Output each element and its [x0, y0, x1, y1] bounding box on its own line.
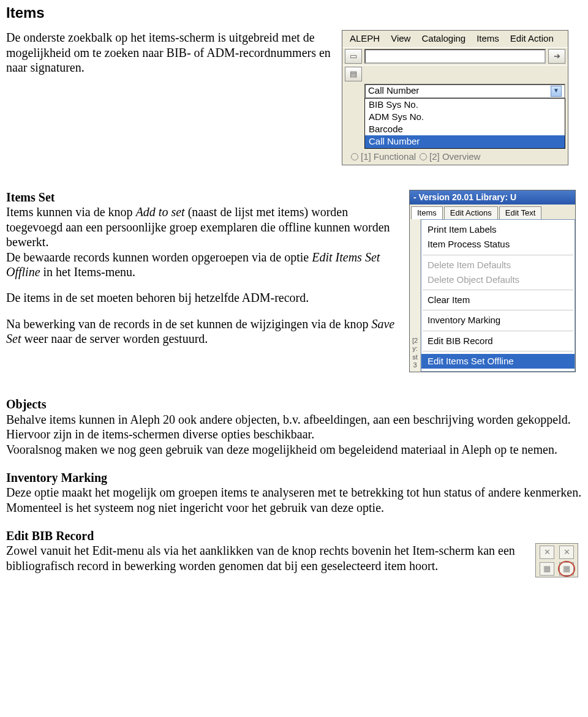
items-set-p3: De items in de set moeten behoren bij he… [6, 290, 398, 305]
intro-paragraph: De onderste zoekbalk op het items-scherm… [6, 30, 331, 75]
mi-edit-items-set-offline[interactable]: Edit Items Set Offline [421, 354, 575, 369]
search-type-combo[interactable]: Call Number ▼ BIB Sys No. ADM Sys No. Ba… [364, 84, 565, 149]
inventory-p2: Momenteel is het systeem nog niet ingeri… [6, 500, 582, 515]
left-gutter: [2 y: st 3 [410, 219, 421, 372]
menu-edit-action[interactable]: Edit Action [505, 32, 559, 45]
objects-p1: Behalve items kunnen in Aleph 20 ook and… [6, 412, 582, 442]
inventory-p1: Deze optie maakt het mogelijk om groepen… [6, 485, 582, 500]
objects-heading: Objects [6, 397, 582, 411]
tab-edit-text[interactable]: Edit Text [499, 206, 542, 219]
tab-overview[interactable]: [2] Overview [420, 151, 480, 162]
toolbar-icon-1[interactable]: ✕ [540, 546, 554, 559]
edit-bib-button-highlighted[interactable]: ▦ [559, 562, 574, 576]
screenshot-items-menu: - Version 20.01 Library: U Items Edit Ac… [409, 190, 576, 372]
menu-separator [423, 310, 573, 310]
mi-print-item-labels[interactable]: Print Item Labels [421, 222, 575, 237]
view-tabs: [1] Functional [2] Overview [342, 149, 568, 165]
items-set-p1: Items kunnen via de knop Add to set (naa… [6, 205, 398, 249]
editbib-p: Zowel vanuit het Edit-menu als via het a… [6, 543, 521, 573]
menu-separator [423, 331, 573, 331]
go-arrow-icon[interactable]: ➔ [548, 49, 565, 64]
dropdown-menu: Print Item Labels Item Process Status De… [421, 219, 575, 372]
tab-row: Items Edit Actions Edit Text [410, 205, 575, 219]
items-set-p2: De bewaarde records kunnen worden opgero… [6, 250, 398, 280]
editbib-heading: Edit BIB Record [6, 528, 582, 543]
menubar: ALEPH View Cataloging Items Edit Action [342, 31, 568, 47]
mi-delete-item-defaults: Delete Item Defaults [421, 258, 575, 272]
secondary-icon[interactable]: ▤ [345, 67, 362, 81]
option-barcode[interactable]: Barcode [365, 123, 565, 135]
document-icon[interactable]: ▭ [345, 49, 362, 64]
menu-separator [423, 255, 573, 255]
search-input[interactable] [364, 49, 546, 64]
menu-separator [423, 290, 573, 290]
chevron-down-icon[interactable]: ▼ [551, 86, 562, 97]
inventory-heading: Inventory Marking [6, 470, 582, 485]
screenshot-toolbar-buttons: ✕ ✕ ▦ ▦ [535, 543, 578, 577]
mi-clear-item[interactable]: Clear Item [421, 293, 575, 307]
combo-value: Call Number [368, 85, 419, 96]
screenshot-search-toolbar: ALEPH View Cataloging Items Edit Action … [342, 30, 568, 165]
option-bib-sys-no[interactable]: BIB Sys No. [365, 99, 565, 111]
option-call-number[interactable]: Call Number [365, 135, 565, 148]
tab-items[interactable]: Items [411, 206, 443, 219]
tab-edit-actions[interactable]: Edit Actions [444, 206, 498, 219]
menu-view[interactable]: View [386, 32, 415, 45]
window-titlebar: - Version 20.01 Library: U [410, 190, 575, 205]
items-set-p4: Na bewerking van de records in de set ku… [6, 317, 398, 347]
menu-cataloging[interactable]: Cataloging [417, 32, 470, 45]
menu-separator [423, 351, 573, 351]
option-adm-sys-no[interactable]: ADM Sys No. [365, 111, 565, 123]
items-set-heading: Items Set [6, 190, 398, 205]
mi-inventory-marking[interactable]: Inventory Marking [421, 313, 575, 328]
toolbar-icon-2[interactable]: ✕ [559, 546, 574, 559]
menu-aleph[interactable]: ALEPH [345, 32, 385, 45]
menu-items[interactable]: Items [472, 32, 504, 45]
mi-item-process-status[interactable]: Item Process Status [421, 237, 575, 252]
page-title: Items [6, 4, 582, 21]
toolbar-icon-3[interactable]: ▦ [540, 562, 554, 576]
combo-dropdown: BIB Sys No. ADM Sys No. Barcode Call Num… [364, 98, 565, 149]
tab-functional[interactable]: [1] Functional [351, 151, 416, 162]
mi-delete-object-defaults: Delete Object Defaults [421, 272, 575, 287]
mi-edit-bib-record[interactable]: Edit BIB Record [421, 334, 575, 348]
objects-p2: Vooralsnog maken we nog geen gebruik van… [6, 442, 582, 457]
